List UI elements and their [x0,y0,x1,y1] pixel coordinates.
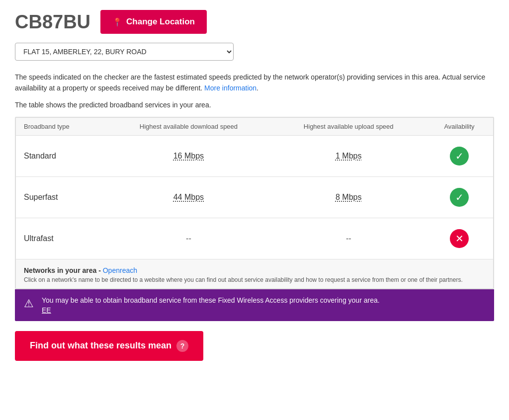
download-speed-ultrafast: -- [105,218,271,259]
upload-speed-superfast: 8 Mbps [271,176,425,218]
col-header-type: Broadband type [16,117,106,135]
table-row: Superfast 44 Mbps 8 Mbps ✓ [16,176,494,218]
broadband-type-ultrafast: Ultrafast [16,218,106,259]
disclaimer-text: The speeds indicated on the checker are … [15,72,492,94]
more-info-link[interactable]: More information [204,84,256,92]
provider-link[interactable]: EE [42,306,380,314]
col-header-upload: Highest available upload speed [271,117,425,135]
address-dropdown[interactable]: FLAT 15, AMBERLEY, 22, BURY ROAD [15,43,234,61]
broadband-table: Broadband type Highest available downloa… [15,117,494,289]
download-speed-superfast: 44 Mbps [105,176,271,218]
warning-icon: ⚠ [24,297,34,310]
change-location-label: Change Location [126,17,195,27]
availability-ultrafast: ✕ [425,218,493,259]
location-pin-icon: 📍 [112,17,122,27]
broadband-table-wrapper: Broadband type Highest available downloa… [15,117,494,289]
table-header-row: Broadband type Highest available downloa… [16,117,494,135]
find-out-label: Find out what these results mean [30,340,171,351]
table-intro-text: The table shows the predicted broadband … [15,101,494,109]
availability-standard: ✓ [425,135,493,176]
upload-speed-standard: 1 Mbps [271,135,425,176]
question-icon: ? [176,340,188,352]
networks-sub-text: Click on a network's name to be directed… [24,276,485,283]
networks-cell: Networks in your area - Openreach Click … [16,259,494,288]
download-speed-standard: 16 Mbps [105,135,271,176]
cross-icon-ultrafast: ✕ [450,229,469,248]
openreach-link[interactable]: Openreach [103,266,137,274]
availability-superfast: ✓ [425,176,493,218]
check-icon-standard: ✓ [450,147,469,166]
find-out-button[interactable]: Find out what these results mean ? [15,331,203,361]
check-icon-superfast: ✓ [450,188,469,207]
broadband-type-superfast: Superfast [16,176,106,218]
col-header-download: Highest available download speed [105,117,271,135]
networks-text: Networks in your area - Openreach [24,266,485,274]
table-row: Ultrafast -- -- ✕ [16,218,494,259]
table-row: Standard 16 Mbps 1 Mbps ✓ [16,135,494,176]
postcode-title: CB87BU [15,11,90,33]
networks-row: Networks in your area - Openreach Click … [16,259,494,288]
broadband-type-standard: Standard [16,135,106,176]
alert-banner: ⚠ You may be able to obtain broadband se… [15,289,494,321]
change-location-button[interactable]: 📍 Change Location [100,10,207,34]
col-header-availability: Availability [425,117,493,135]
page-header: CB87BU 📍 Change Location [15,10,494,34]
alert-content: You may be able to obtain broadband serv… [42,296,380,314]
upload-speed-ultrafast: -- [271,218,425,259]
